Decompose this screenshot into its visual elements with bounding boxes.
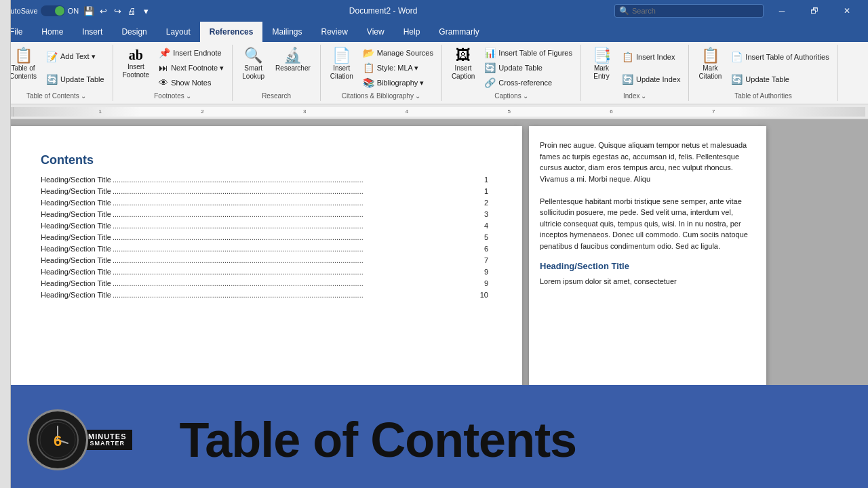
window-controls: ─ 🗗 ✕ bbox=[766, 0, 863, 22]
add-text-button[interactable]: 📝 Add Text ▾ bbox=[43, 50, 107, 64]
tab-grammarly[interactable]: Grammarly bbox=[429, 22, 488, 42]
next-footnote-icon: ⏭ bbox=[159, 62, 168, 73]
group-captions-expand-icon[interactable]: ⌄ bbox=[523, 92, 528, 100]
autosave-area[interactable]: AutoSave ON bbox=[5, 5, 79, 16]
update-table-captions-button[interactable]: 🔄 Update Table bbox=[481, 61, 575, 75]
next-footnote-button[interactable]: ⏭ Next Footnote ▾ bbox=[156, 61, 226, 75]
minimize-button[interactable]: ─ bbox=[766, 0, 797, 22]
index-small-buttons: 📋 Insert Index 🔄 Update Index bbox=[619, 46, 683, 89]
title-bar: AutoSave ON 💾 ↩ ↪ 🖨 ▾ Document2 - Word 🔍… bbox=[0, 0, 868, 22]
show-notes-button[interactable]: 👁 Show Notes bbox=[156, 76, 226, 89]
right-paragraph-2: Pellentesque habitant morbi tristique se… bbox=[540, 196, 755, 252]
cross-reference-button[interactable]: 🔗 Cross-reference bbox=[481, 76, 575, 89]
tab-design[interactable]: Design bbox=[112, 22, 156, 42]
group-index-expand-icon[interactable]: ⌄ bbox=[641, 92, 646, 100]
logo-area: 6 MINUTES SMARTER bbox=[27, 409, 132, 470]
group-citations-expand-icon[interactable]: ⌄ bbox=[415, 92, 420, 100]
tab-insert[interactable]: Insert bbox=[73, 22, 112, 42]
captions-small-buttons: 📊 Insert Table of Figures 🔄 Update Table… bbox=[481, 46, 575, 89]
smart-lookup-icon: 🔍 bbox=[244, 48, 262, 63]
logo-inner: 6 bbox=[34, 416, 81, 464]
toc-heading: Contents bbox=[41, 153, 488, 167]
ruler-area: 1 2 3 4 5 6 7 bbox=[0, 104, 868, 119]
toc-entry: Heading/Section Title ..................… bbox=[41, 176, 488, 184]
tab-home[interactable]: Home bbox=[32, 22, 73, 42]
insert-toa-button[interactable]: 📄 Insert Table of Authorities bbox=[728, 50, 831, 64]
main-area: Contents Heading/Section Title .........… bbox=[0, 119, 868, 385]
print-icon[interactable]: 🖨 bbox=[125, 5, 138, 17]
quick-access-toolbar: 💾 ↩ ↪ 🖨 ▾ bbox=[83, 5, 152, 17]
ribbon-content: 📋 Table ofContents 📝 Add Text ▾ 🔄 Update… bbox=[0, 42, 868, 104]
update-index-button[interactable]: 🔄 Update Index bbox=[619, 73, 683, 86]
group-toc-expand-icon[interactable]: ⌄ bbox=[81, 92, 86, 100]
redo-icon[interactable]: ↪ bbox=[111, 5, 123, 17]
document-right-page: Proin nec augue. Quisque aliquam tempor … bbox=[529, 126, 766, 385]
insert-endnote-button[interactable]: 📌 Insert Endnote bbox=[156, 46, 226, 60]
footnotes-small-buttons: 📌 Insert Endnote ⏭ Next Footnote ▾ 👁 Sho… bbox=[156, 46, 226, 89]
ribbon: File Home Insert Design Layout Reference… bbox=[0, 22, 868, 104]
group-captions: 🖼 InsertCaption 📊 Insert Table of Figure… bbox=[442, 45, 581, 101]
toc-entries: Heading/Section Title ..................… bbox=[41, 176, 488, 299]
group-footnotes: ab InsertFootnote 📌 Insert Endnote ⏭ Nex… bbox=[113, 45, 233, 101]
group-citations-label: Citations & Bibliography ⌄ bbox=[342, 92, 420, 100]
toc-entry: Heading/Section Title ..................… bbox=[41, 222, 488, 230]
tab-mailings[interactable]: Mailings bbox=[262, 22, 311, 42]
group-toc-label: Table of Contents ⌄ bbox=[26, 92, 86, 100]
mark-citation-button[interactable]: 📋 MarkCitation bbox=[694, 46, 726, 83]
group-captions-buttons: 🖼 InsertCaption 📊 Insert Table of Figure… bbox=[448, 46, 575, 89]
window-title: Document2 - Word bbox=[349, 6, 417, 16]
toc-entry: Heading/Section Title ..................… bbox=[41, 210, 488, 218]
close-button[interactable]: ✕ bbox=[831, 0, 863, 22]
restore-button[interactable]: 🗗 bbox=[799, 0, 830, 22]
toc-entry: Heading/Section Title ..................… bbox=[41, 268, 488, 276]
search-input[interactable] bbox=[632, 7, 759, 15]
customize-icon[interactable]: ▾ bbox=[140, 5, 152, 17]
right-lorem: Lorem ipsum dolor sit amet, consectetuer bbox=[540, 276, 755, 287]
citation-icon: 📄 bbox=[332, 48, 351, 63]
group-footnotes-expand-icon[interactable]: ⌄ bbox=[186, 92, 191, 100]
update-toa-button[interactable]: 🔄 Update Table bbox=[728, 73, 831, 86]
insert-caption-button[interactable]: 🖼 InsertCaption bbox=[448, 46, 479, 83]
insert-index-icon: 📋 bbox=[622, 52, 633, 62]
endnote-icon: 📌 bbox=[159, 47, 170, 58]
add-text-icon: 📝 bbox=[46, 52, 58, 62]
insert-table-figures-button[interactable]: 📊 Insert Table of Figures bbox=[481, 46, 575, 60]
mark-entry-button[interactable]: 📑 MarkEntry bbox=[587, 46, 616, 83]
tab-review[interactable]: Review bbox=[312, 22, 357, 42]
researcher-button[interactable]: 🔬 Researcher bbox=[271, 46, 315, 75]
manage-sources-button[interactable]: 📂 Manage Sources bbox=[360, 46, 436, 60]
search-icon: 🔍 bbox=[619, 6, 629, 16]
svg-text:6: 6 bbox=[54, 432, 62, 449]
save-icon[interactable]: 💾 bbox=[83, 5, 95, 17]
bibliography-button[interactable]: 📚 Bibliography ▾ bbox=[360, 76, 436, 89]
style-selector[interactable]: 📋 Style: MLA ▾ bbox=[360, 61, 436, 75]
bibliography-icon: 📚 bbox=[363, 77, 374, 88]
group-research: 🔍 SmartLookup 🔬 Researcher Research bbox=[233, 45, 321, 101]
toc-entry: Heading/Section Title ..................… bbox=[41, 233, 488, 241]
vertical-ruler bbox=[0, 119, 11, 385]
undo-icon[interactable]: ↩ bbox=[97, 5, 109, 17]
mark-entry-icon: 📑 bbox=[593, 48, 611, 63]
tab-view[interactable]: View bbox=[357, 22, 394, 42]
update-table-toc-button[interactable]: 🔄 Update Table bbox=[43, 73, 107, 86]
group-citations: 📄 InsertCitation 📂 Manage Sources 📋 Styl… bbox=[321, 45, 442, 101]
search-box[interactable]: 🔍 bbox=[614, 4, 764, 18]
toc-icon: 📋 bbox=[14, 48, 33, 63]
group-toa: 📋 MarkCitation 📄 Insert Table of Authori… bbox=[689, 45, 837, 101]
right-paragraph-1: Proin nec augue. Quisque aliquam tempor … bbox=[540, 140, 755, 184]
tab-layout[interactable]: Layout bbox=[157, 22, 200, 42]
insert-index-button[interactable]: 📋 Insert Index bbox=[619, 50, 683, 64]
doc-container[interactable]: Contents Heading/Section Title .........… bbox=[0, 119, 868, 385]
smart-lookup-button[interactable]: 🔍 SmartLookup bbox=[238, 46, 269, 83]
group-research-buttons: 🔍 SmartLookup 🔬 Researcher bbox=[238, 46, 315, 89]
group-index-buttons: 📑 MarkEntry 📋 Insert Index 🔄 Update Inde… bbox=[587, 46, 683, 89]
group-index-label: Index ⌄ bbox=[623, 92, 646, 100]
toc-small-buttons: 📝 Add Text ▾ 🔄 Update Table bbox=[43, 46, 107, 89]
logo-circle: 6 bbox=[27, 409, 88, 470]
autosave-toggle[interactable] bbox=[41, 5, 65, 16]
insert-citation-button[interactable]: 📄 InsertCitation bbox=[326, 46, 357, 83]
tab-help[interactable]: Help bbox=[394, 22, 430, 42]
insert-footnote-button[interactable]: ab InsertFootnote bbox=[119, 46, 153, 81]
group-footnotes-label: Footnotes ⌄ bbox=[154, 92, 191, 100]
tab-references[interactable]: References bbox=[200, 22, 263, 42]
